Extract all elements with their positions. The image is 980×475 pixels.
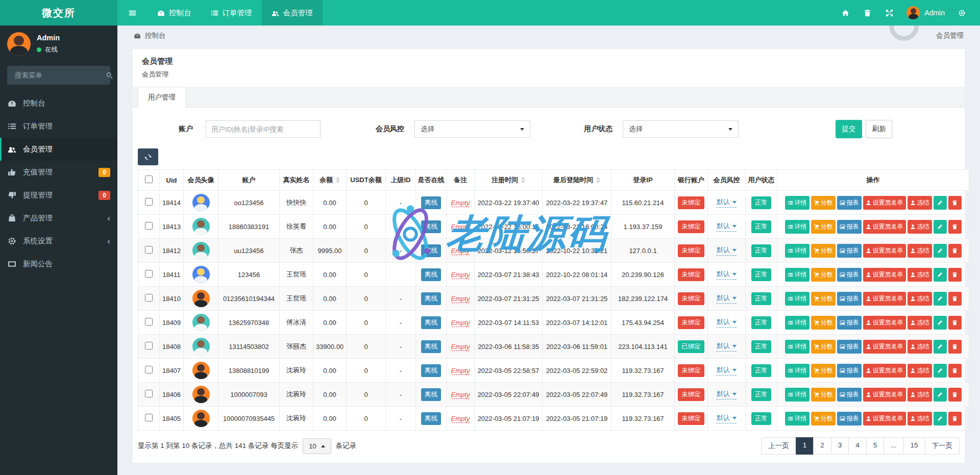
delete-button[interactable]: [948, 412, 962, 426]
detail-button[interactable]: 详情: [785, 292, 810, 306]
delete-button[interactable]: [948, 316, 962, 330]
detail-button[interactable]: 详情: [785, 388, 810, 402]
page-5[interactable]: 5: [866, 437, 885, 455]
score-button[interactable]: 分数: [811, 388, 836, 402]
detail-button[interactable]: 详情: [785, 220, 810, 234]
blacklist-button[interactable]: 设置黑名单: [863, 268, 906, 282]
row-checkbox[interactable]: [145, 390, 153, 397]
report-button[interactable]: 报表: [837, 340, 862, 354]
col-logintime[interactable]: 最后登陆时间: [543, 170, 611, 191]
risk-dropdown[interactable]: 默认: [717, 365, 737, 376]
score-button[interactable]: 分数: [811, 412, 836, 426]
blacklist-button[interactable]: 设置黑名单: [863, 196, 906, 210]
freeze-button[interactable]: 冻结: [908, 412, 932, 426]
edit-button[interactable]: [934, 268, 947, 282]
page-3[interactable]: 3: [831, 437, 849, 455]
col-regtime[interactable]: 注册时间: [475, 170, 543, 191]
remark-link[interactable]: Empty: [451, 367, 470, 375]
row-checkbox[interactable]: [145, 198, 153, 206]
risk-dropdown[interactable]: 默认: [717, 413, 737, 423]
tab-user-management[interactable]: 用户管理: [138, 87, 186, 108]
risk-dropdown[interactable]: 默认: [717, 221, 737, 232]
risk-dropdown[interactable]: 默认: [717, 293, 737, 304]
account-search-input[interactable]: [206, 120, 321, 138]
edit-button[interactable]: [934, 292, 947, 306]
navbar-user[interactable]: Admin: [900, 6, 951, 19]
sidebar-item-recharge[interactable]: 充值管理 0: [0, 161, 117, 184]
report-button[interactable]: 报表: [837, 292, 862, 306]
report-button[interactable]: 报表: [837, 196, 862, 210]
page-prev[interactable]: 上一页: [761, 437, 796, 455]
freeze-button[interactable]: 冻结: [908, 340, 932, 354]
status-select[interactable]: 选择: [623, 120, 739, 138]
blacklist-button[interactable]: 设置黑名单: [863, 316, 906, 330]
delete-button[interactable]: [948, 340, 962, 354]
row-checkbox[interactable]: [145, 366, 153, 373]
report-button[interactable]: 报表: [837, 388, 862, 402]
edit-button[interactable]: [934, 244, 947, 258]
risk-select[interactable]: 选择: [414, 120, 530, 138]
trash-icon[interactable]: [856, 0, 878, 26]
score-button[interactable]: 分数: [811, 364, 836, 378]
remark-link[interactable]: Empty: [451, 391, 470, 399]
blacklist-button[interactable]: 设置黑名单: [863, 244, 906, 258]
select-all-checkbox[interactable]: [145, 176, 153, 183]
risk-dropdown[interactable]: 默认: [717, 245, 737, 256]
edit-button[interactable]: [934, 220, 947, 234]
remark-link[interactable]: Empty: [451, 223, 470, 231]
table-refresh-button[interactable]: [138, 148, 158, 165]
report-button[interactable]: 报表: [837, 268, 862, 282]
risk-dropdown[interactable]: 默认: [717, 389, 737, 399]
fullscreen-icon[interactable]: [878, 0, 900, 26]
sidebar-search-input[interactable]: [14, 71, 106, 80]
report-button[interactable]: 报表: [837, 244, 862, 258]
home-icon[interactable]: [835, 0, 856, 26]
edit-button[interactable]: [934, 388, 947, 402]
report-button[interactable]: 报表: [837, 316, 862, 330]
row-checkbox[interactable]: [145, 294, 153, 302]
col-balance[interactable]: 余额: [313, 170, 347, 191]
row-checkbox[interactable]: [145, 318, 153, 326]
row-checkbox[interactable]: [145, 414, 153, 421]
delete-button[interactable]: [948, 292, 962, 306]
row-checkbox[interactable]: [145, 270, 153, 278]
sidebar-item-settings[interactable]: 系统设置 ‹: [0, 230, 117, 253]
score-button[interactable]: 分数: [811, 244, 836, 258]
freeze-button[interactable]: 冻结: [908, 196, 932, 210]
gears-icon[interactable]: [951, 0, 973, 26]
page-2[interactable]: 2: [813, 437, 831, 455]
blacklist-button[interactable]: 设置黑名单: [863, 364, 906, 378]
edit-button[interactable]: [934, 412, 947, 426]
score-button[interactable]: 分数: [811, 220, 836, 234]
detail-button[interactable]: 详情: [785, 364, 810, 378]
sidebar-item-dashboard[interactable]: 控制台: [0, 92, 117, 115]
remark-link[interactable]: Empty: [451, 247, 470, 255]
sidebar-toggle-button[interactable]: [117, 0, 148, 26]
edit-button[interactable]: [934, 196, 947, 210]
row-checkbox[interactable]: [145, 342, 153, 349]
detail-button[interactable]: 详情: [785, 268, 810, 282]
edit-button[interactable]: [934, 364, 947, 378]
freeze-button[interactable]: 冻结: [908, 268, 932, 282]
delete-button[interactable]: [948, 268, 962, 282]
sidebar-item-products[interactable]: 产品管理 ‹: [0, 207, 117, 230]
topnav-item-members[interactable]: 会员管理: [262, 0, 323, 26]
sidebar-item-news[interactable]: 新闻公告: [0, 253, 117, 276]
page-size-select[interactable]: 10: [303, 438, 331, 454]
page-1[interactable]: 1: [796, 437, 814, 455]
risk-dropdown[interactable]: 默认: [717, 341, 737, 352]
refresh-button[interactable]: 刷新: [866, 120, 892, 138]
freeze-button[interactable]: 冻结: [908, 316, 932, 330]
search-icon[interactable]: [106, 72, 113, 79]
row-checkbox[interactable]: [145, 246, 153, 254]
remark-link[interactable]: Empty: [451, 295, 470, 303]
remark-link[interactable]: Empty: [451, 319, 470, 327]
blacklist-button[interactable]: 设置黑名单: [863, 412, 906, 426]
sidebar-item-members[interactable]: 会员管理: [0, 138, 117, 161]
detail-button[interactable]: 详情: [785, 316, 810, 330]
risk-dropdown[interactable]: 默认: [717, 197, 737, 208]
breadcrumb-dashboard[interactable]: 控制台: [134, 31, 166, 40]
score-button[interactable]: 分数: [811, 292, 836, 306]
remark-link[interactable]: Empty: [451, 271, 470, 279]
detail-button[interactable]: 详情: [785, 412, 810, 426]
